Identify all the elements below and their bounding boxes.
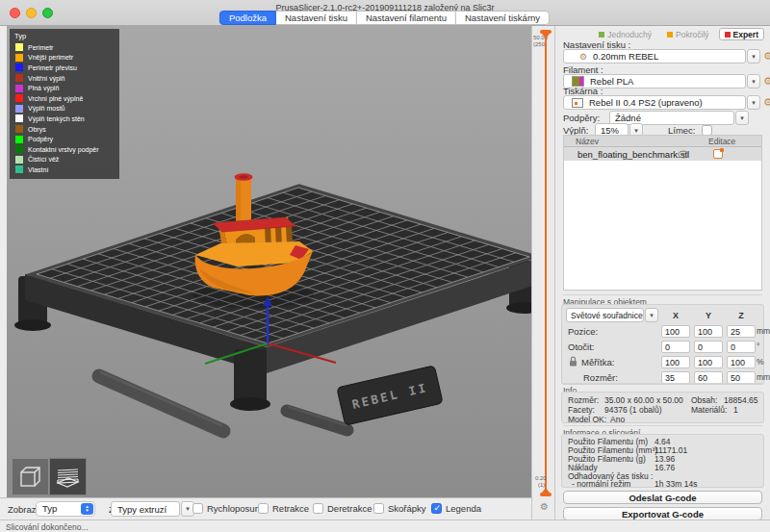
slider-top-layer: (250) [533, 41, 547, 47]
position-z-input[interactable] [727, 325, 756, 338]
info-volume-label: Obsah: [691, 395, 717, 405]
color-swatch [15, 54, 23, 62]
legend-item: Vnitřní výplň [14, 73, 115, 84]
edit-object-icon[interactable] [713, 149, 723, 159]
export-gcode-button[interactable]: Exportovat G-code [563, 507, 762, 520]
position-x-input[interactable] [661, 325, 690, 338]
shells-checkbox[interactable] [373, 503, 384, 514]
color-swatch [15, 145, 23, 153]
scale-y-input[interactable] [694, 356, 723, 368]
tab-filament-settings[interactable]: Nastavení filamentu [356, 11, 456, 25]
axis-y-header: Y [694, 311, 723, 320]
info-size-value: 35.00 x 60.00 x 50.00 [604, 395, 683, 405]
info-materials-label: Materiálů: [691, 405, 727, 415]
deretractions-checkbox[interactable] [313, 503, 323, 514]
slider-bottom-layer: (1) [538, 482, 545, 488]
edit-column-header: Editace [708, 137, 735, 146]
legend-item: Čistící věž [14, 155, 115, 165]
supports-label: Podpěry: [563, 113, 609, 123]
deretractions-checkbox-group: Deretrakce [313, 503, 372, 514]
editor-view-button[interactable] [13, 459, 48, 494]
rotate-x-input[interactable] [661, 341, 690, 353]
scale-x-input[interactable] [661, 356, 690, 368]
legend-checkbox[interactable] [431, 503, 442, 514]
normal-mode-label: - normální režim [572, 479, 630, 489]
mode-expert-button[interactable]: Expert [719, 28, 764, 40]
show-features-combo[interactable]: Typy extruzí [111, 501, 180, 517]
title-bar: PrusaSlicer-2.1.0-rc2+-201909111218 zalo… [0, 0, 770, 26]
legend-item: Podpěry [14, 134, 115, 144]
info-size-label: Rozměr: [568, 395, 599, 405]
view-type-popup[interactable]: Typ ▲▼ [36, 501, 95, 517]
legend-item: Perimetr převisu [14, 63, 115, 73]
position-y-input[interactable] [694, 325, 723, 338]
layer-slider-bottom-handle[interactable] [540, 488, 552, 496]
slider-settings-gear-icon[interactable]: ⚙ [540, 501, 549, 512]
gear-icon: ⚙ [579, 52, 587, 62]
info-facets-label: Facety: [568, 405, 595, 415]
status-bar: Slicování dokončeno... [0, 519, 770, 532]
send-gcode-button[interactable]: Odeslat G-code [563, 491, 762, 504]
object-list-row[interactable]: ben_floating_benchmark.stl [564, 147, 761, 161]
print-settings-dropdown-arrow[interactable]: ▾ [747, 49, 760, 63]
eye-visibility-icon[interactable] [678, 150, 689, 159]
axis-z-header: Z [727, 311, 756, 320]
object-name: ben_floating_benchmark.stl [578, 149, 689, 160]
color-swatch [15, 63, 23, 71]
color-swatch [15, 125, 23, 133]
coordinate-system-dropdown-arrow[interactable]: ▾ [645, 308, 658, 322]
cost-value: 16.76 [654, 463, 675, 472]
retractions-checkbox-group: Retrakce [258, 503, 309, 514]
legend-item: Obrys [14, 124, 115, 135]
printer-dropdown-arrow[interactable]: ▾ [747, 95, 760, 110]
color-swatch [15, 85, 23, 92]
rotate-unit: ° [757, 342, 759, 351]
slicing-info-panel: Použito Filamentu (m) 4.64 Použito Filam… [561, 434, 764, 488]
tab-plater[interactable]: Podložka [219, 11, 276, 25]
size-unit: mm [757, 372, 770, 382]
printer-gear-icon[interactable]: ⚙ [763, 97, 770, 108]
rotate-y-input[interactable] [694, 341, 723, 353]
orange-square-icon [667, 32, 673, 38]
retractions-checkbox[interactable] [258, 503, 269, 514]
main-tab-bar: Podložka Nastavení tisku Nastavení filam… [220, 11, 550, 25]
position-unit: mm [757, 326, 770, 336]
3d-viewport[interactable]: REBEL II [7, 26, 531, 497]
scale-label: Měřítka: [581, 357, 614, 367]
print-settings-select[interactable]: ⚙ 0.20mm REBEL [563, 49, 746, 63]
slider-bottom-value: 0.20 [535, 475, 547, 481]
stepper-arrows-icon: ▲▼ [81, 503, 93, 515]
layers-icon [55, 464, 81, 490]
printer-select[interactable]: Rebel II 0.4 PS2 (upraveno) [563, 95, 746, 110]
axis-x-header: X [661, 311, 690, 320]
mode-advanced-button[interactable]: Pokročilý [661, 28, 714, 40]
normal-mode-value: 1h 33m 14s [654, 479, 697, 489]
rotate-z-input[interactable] [727, 341, 756, 353]
filament-gear-icon[interactable]: ⚙ [763, 76, 770, 87]
preview-layers-button[interactable] [50, 459, 86, 494]
color-swatch [15, 156, 23, 164]
uniform-scale-lock-icon[interactable] [569, 356, 578, 367]
print-settings-gear-icon[interactable]: ⚙ [763, 51, 770, 62]
legend-checkbox-group: Legenda [431, 503, 481, 514]
legend-item: Výplň mostů [14, 104, 115, 114]
red-square-icon [725, 32, 731, 38]
legend-panel: Typ Perimetr Vnější perimetr Perimetr př… [10, 29, 119, 179]
travel-checkbox[interactable] [192, 503, 203, 514]
legend-item: Vlastní [14, 165, 115, 175]
scale-z-input[interactable] [727, 356, 756, 368]
legend-item: Výplň tenkých stěn [14, 114, 115, 124]
color-swatch [15, 114, 23, 122]
rotate-label: Otočit: [568, 342, 594, 352]
tab-print-settings[interactable]: Nastavení tisku [275, 11, 357, 25]
object-list-header: Název Editace [564, 136, 761, 147]
tab-printer-settings[interactable]: Nastavení tiskárny [455, 11, 550, 25]
info-manifold-value: Ano [610, 415, 625, 424]
color-swatch [15, 94, 23, 102]
filament-dropdown-arrow[interactable]: ▾ [747, 74, 760, 89]
color-swatch [15, 74, 23, 82]
coordinate-system-select[interactable]: Světové souřadnice [566, 308, 644, 322]
status-text: Slicování dokončeno... [6, 522, 89, 532]
info-manifold-label: Model OK: [568, 415, 606, 424]
position-label: Pozice: [568, 326, 598, 337]
